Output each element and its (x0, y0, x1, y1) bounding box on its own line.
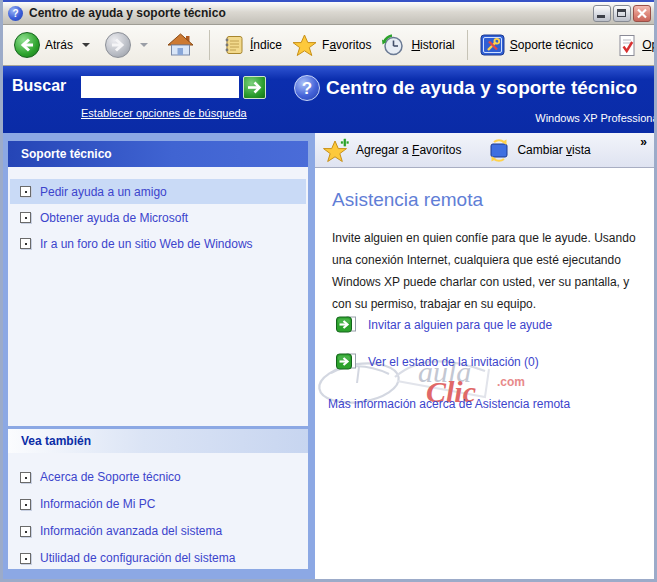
toolbar-separator (209, 30, 210, 60)
close-icon (634, 6, 650, 21)
body-area: Soporte técnico Pedir ayuda a un amigo O… (3, 133, 654, 579)
content-main: Asistencia remota Invite alguien en quie… (315, 169, 654, 579)
sidebar-item-label: Utilidad de configuración del sistema (40, 551, 235, 565)
support-panel: Soporte técnico Pedir ayuda a un amigo O… (8, 141, 308, 426)
sidebar-item-informacion-avanzada[interactable]: Información avanzada del sistema (10, 518, 306, 544)
topic-bullet-icon (20, 553, 31, 564)
topic-bullet-icon (20, 472, 31, 483)
options-label: Opciones (642, 38, 657, 52)
close-button[interactable] (633, 5, 651, 22)
sidebar-item-acerca-soporte[interactable]: Acerca de Soporte técnico (10, 464, 306, 490)
intro-paragraph: Invite alguien en quien confíe para que … (332, 227, 648, 315)
titlebar: ? Centro de ayuda y soporte técnico (3, 0, 654, 25)
window-controls (593, 5, 651, 22)
topic-bullet-icon (20, 499, 31, 510)
index-book-icon (222, 34, 245, 56)
search-label: Buscar (12, 77, 66, 95)
back-button[interactable]: Atrás (9, 30, 78, 60)
add-to-favorites-button[interactable]: Agregar a Favoritos (323, 138, 461, 163)
forward-button[interactable] (100, 30, 136, 60)
change-view-label: Cambiar vista (517, 143, 590, 157)
history-clock-icon (381, 33, 406, 57)
home-button[interactable] (162, 31, 199, 59)
banner-title: Centro de ayuda y soporte técnico (326, 77, 637, 99)
index-button[interactable]: Índice (217, 32, 287, 58)
invite-help-label: Invitar a alguien para que le ayude (368, 318, 552, 332)
support-button[interactable]: Soporte técnico (475, 32, 598, 58)
sidebar-item-label: Pedir ayuda a un amigo (40, 185, 167, 199)
star-plus-icon (323, 138, 350, 163)
support-tools-icon (480, 34, 505, 56)
sidebar-item-utilidad-configuracion[interactable]: Utilidad de configuración del sistema (10, 545, 306, 571)
home-icon (167, 33, 194, 57)
page-title: Asistencia remota (332, 189, 483, 211)
sidebar-item-label: Ir a un foro de un sitio Web de Windows (40, 237, 253, 251)
invitation-status-link[interactable]: Ver el estado de la invitación (0) (336, 353, 539, 370)
green-arrow-icon (336, 353, 357, 370)
windows-edition: Windows XP Professional (535, 112, 654, 124)
banner: Buscar Establecer opciones de búsqueda ?… (3, 66, 654, 133)
forward-arrow-icon (105, 32, 131, 58)
help-icon-large: ? (294, 75, 320, 101)
history-button[interactable]: Historial (376, 31, 459, 59)
invite-help-link[interactable]: Invitar a alguien para que le ayude (336, 316, 552, 333)
support-label: Soporte técnico (510, 38, 593, 52)
support-panel-header: Soporte técnico (8, 141, 308, 167)
sidebar-item-obtener-ayuda[interactable]: Obtener ayuda de Microsoft (10, 205, 306, 230)
invitation-status-label: Ver el estado de la invitación (0) (368, 355, 539, 369)
content-toolbar: Agregar a Favoritos Cambiar vista » (315, 133, 654, 168)
help-icon: ? (8, 6, 23, 21)
nav-toolbar: Atrás Índice (3, 25, 654, 66)
sidebar-item-label: Información de Mi PC (40, 497, 155, 511)
support-panel-body: Pedir ayuda a un amigo Obtener ayuda de … (8, 167, 308, 426)
green-arrow-icon (336, 316, 357, 333)
options-document-icon (617, 34, 637, 57)
see-also-panel-body: Acerca de Soporte técnico Información de… (8, 453, 308, 569)
search-options-link[interactable]: Establecer opciones de búsqueda (81, 107, 247, 119)
minimize-button[interactable] (593, 5, 611, 22)
see-also-panel-header: Vea también (8, 429, 308, 453)
go-arrow-icon (246, 80, 263, 95)
search-go-button[interactable] (243, 76, 266, 99)
more-info-link[interactable]: Más información acerca de Asistencia rem… (328, 397, 570, 411)
overflow-chevron-button[interactable]: » (640, 135, 647, 149)
options-button[interactable]: Opciones (612, 32, 657, 59)
topic-bullet-icon (20, 212, 31, 223)
sidebar-item-foro-windows[interactable]: Ir a un foro de un sitio Web de Windows (10, 231, 306, 256)
toolbar-separator (467, 30, 468, 60)
search-input[interactable] (81, 76, 239, 98)
topic-bullet-icon (20, 186, 31, 197)
add-to-favorites-label: Agregar a Favoritos (356, 143, 461, 157)
history-label: Historial (411, 38, 454, 52)
window-title: Centro de ayuda y soporte técnico (29, 2, 226, 25)
sidebar-item-informacion-mi-pc[interactable]: Información de Mi PC (10, 491, 306, 517)
help-and-support-window: ? Centro de ayuda y soporte técnico Atrá… (0, 0, 657, 582)
see-also-panel: Vea también Acerca de Soporte técnico In… (8, 429, 308, 569)
topic-bullet-icon (20, 238, 31, 249)
index-label: Índice (250, 38, 282, 52)
sidebar-item-label: Información avanzada del sistema (40, 524, 222, 538)
sidebar-item-label: Acerca de Soporte técnico (40, 470, 181, 484)
back-label: Atrás (45, 38, 73, 52)
favorites-star-icon (292, 34, 317, 57)
aulaclic-watermark-com: .com (497, 375, 525, 389)
sidebar-item-label: Obtener ayuda de Microsoft (40, 211, 188, 225)
back-dropdown-caret[interactable] (82, 43, 90, 47)
change-view-button[interactable]: Cambiar vista (487, 138, 590, 162)
minimize-icon (597, 15, 605, 18)
back-arrow-icon (14, 32, 40, 58)
topic-bullet-icon (20, 526, 31, 537)
forward-dropdown-caret[interactable] (140, 43, 148, 47)
sidebar-item-pedir-ayuda[interactable]: Pedir ayuda a un amigo (10, 179, 306, 204)
maximize-icon (617, 9, 626, 17)
maximize-button[interactable] (613, 5, 631, 22)
favorites-button[interactable]: Favoritos (287, 32, 376, 59)
content-pane: Agregar a Favoritos Cambiar vista » Asis… (315, 133, 654, 579)
favorites-label: Favoritos (322, 38, 371, 52)
change-view-icon (487, 138, 511, 162)
